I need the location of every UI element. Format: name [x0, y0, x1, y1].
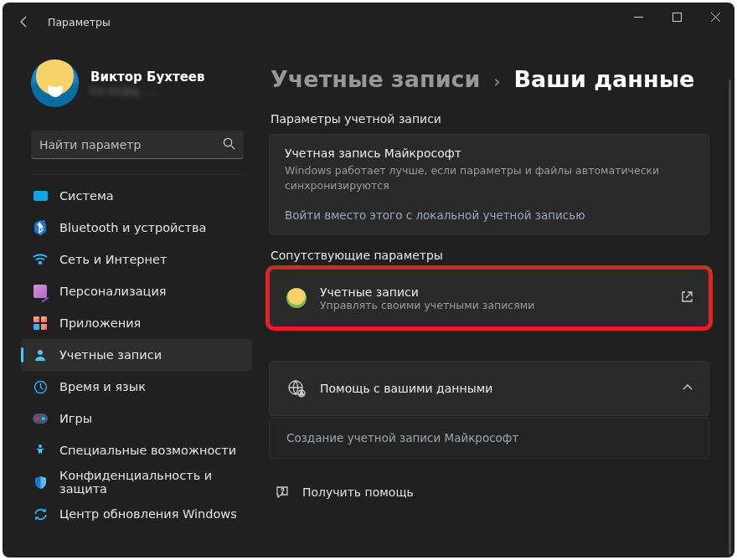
wifi-icon [33, 252, 48, 267]
sidebar-item-privacy[interactable]: Конфиденциальность и защита [21, 466, 252, 498]
breadcrumb: Учетные записи › Ваши данные [265, 66, 724, 92]
user-profile[interactable]: Виктор Бухтеев bit.dz@g...... [6, 59, 259, 107]
sidebar-item-label: Учетные записи [59, 348, 162, 362]
sidebar-item-label: Персонализация [59, 285, 167, 298]
sidebar-item-accessibility[interactable]: Специальные возможности [21, 434, 252, 466]
help-with-data-expander[interactable]: Помощь с вашими данными [269, 361, 709, 416]
gamepad-icon [33, 411, 48, 426]
sidebar-item-label: Bluetooth и устройства [59, 221, 206, 234]
monitor-icon [33, 188, 48, 203]
search-input[interactable]: Найти параметр [31, 131, 244, 159]
avatar-small-icon [285, 286, 308, 310]
maximize-button[interactable] [657, 3, 696, 31]
svg-point-1 [224, 138, 231, 146]
divider [31, 174, 244, 175]
sidebar-item-label: Игры [59, 412, 92, 425]
minimize-icon [634, 13, 643, 22]
sidebar-item-label: Время и язык [59, 380, 146, 393]
sidebar-item-label: Специальные возможности [59, 444, 236, 457]
sidebar-item-gaming[interactable]: Игры [21, 403, 252, 434]
bluetooth-icon [33, 220, 48, 235]
help-with-data-title: Помощь с вашими данными [320, 382, 670, 395]
close-icon [711, 13, 720, 22]
scrollbar[interactable] [729, 80, 731, 554]
minimize-button[interactable] [619, 3, 657, 31]
accessibility-icon [33, 443, 48, 458]
shield-icon [33, 475, 48, 490]
svg-point-6 [39, 444, 42, 448]
arrow-left-icon [18, 15, 31, 28]
switch-to-local-account-link[interactable]: Войти вместо этого с локальной учетной з… [285, 208, 585, 222]
user-email: bit.dz@g...... [90, 85, 205, 97]
sidebar: Виктор Бухтеев bit.dz@g...... Найти пара… [3, 41, 262, 557]
titlebar: Параметры [3, 3, 734, 41]
clock-globe-icon [33, 379, 48, 394]
sidebar-item-label: Центр обновления Windows [59, 507, 237, 521]
close-button[interactable] [696, 3, 734, 31]
sidebar-item-personalization[interactable]: Персонализация [21, 275, 252, 307]
sidebar-item-network[interactable]: Сеть и Интернет [21, 244, 252, 275]
user-name: Виктор Бухтеев [90, 69, 205, 85]
svg-point-3 [39, 262, 42, 265]
create-ms-account-label: Создание учетной записи Майкрософт [286, 431, 518, 444]
chevron-right-icon: › [494, 71, 501, 91]
window-title: Параметры [48, 16, 111, 28]
section-header-account-params: Параметры учетной записи [265, 112, 724, 126]
sidebar-item-time-language[interactable]: Время и язык [21, 371, 252, 403]
maximize-icon [673, 13, 682, 22]
breadcrumb-parent[interactable]: Учетные записи [271, 66, 481, 92]
search-icon [223, 137, 235, 152]
ms-account-subtitle: Windows работает лучше, если параметры и… [285, 163, 693, 193]
sidebar-item-system[interactable]: Система [21, 180, 252, 212]
svg-rect-0 [673, 13, 681, 21]
chevron-up-icon [682, 381, 693, 397]
apps-icon [33, 316, 48, 331]
globe-person-icon [285, 377, 308, 400]
create-ms-account-link[interactable]: Создание учетной записи Майкрософт [269, 417, 709, 459]
sidebar-item-bluetooth[interactable]: Bluetooth и устройства [21, 212, 252, 244]
get-help-link[interactable]: Получить помощь [265, 479, 724, 501]
svg-point-4 [38, 350, 43, 355]
settings-window: Параметры Виктор Бухтеев bit.dz@g...... [3, 3, 734, 557]
get-help-label: Получить помощь [302, 486, 414, 499]
user-info: Виктор Бухтеев bit.dz@g...... [90, 69, 205, 97]
svg-point-9 [301, 392, 302, 393]
ms-account-card: Учетная запись Майкрософт Windows работа… [269, 134, 709, 235]
sidebar-item-label: Сеть и Интернет [59, 253, 167, 266]
accounts-link-card[interactable]: Учетные записи Управлять своими учетными… [269, 270, 709, 326]
back-button[interactable] [8, 5, 41, 39]
nav-list: Система Bluetooth и устройства Сеть и Ин… [6, 180, 259, 530]
highlight-accounts: Учетные записи Управлять своими учетными… [269, 270, 709, 326]
sidebar-item-apps[interactable]: Приложения [21, 307, 252, 339]
sidebar-item-windows-update[interactable]: Центр обновления Windows [21, 498, 252, 530]
ms-account-title: Учетная запись Майкрософт [285, 146, 693, 160]
sidebar-item-accounts[interactable]: Учетные записи [21, 339, 252, 371]
main-content: Учетные записи › Ваши данные Параметры у… [262, 41, 734, 557]
breadcrumb-current: Ваши данные [514, 66, 695, 92]
accounts-card-subtitle: Управлять своими учетными записями [320, 299, 669, 311]
help-icon [274, 484, 291, 501]
sync-icon [33, 506, 48, 521]
search-placeholder: Найти параметр [39, 138, 223, 152]
window-controls [619, 3, 734, 31]
sidebar-item-label: Система [59, 189, 114, 203]
accounts-card-title: Учетные записи [320, 285, 669, 299]
sidebar-item-label: Конфиденциальность и защита [59, 469, 239, 496]
avatar [31, 59, 79, 107]
sidebar-item-label: Приложения [59, 316, 141, 330]
person-icon [33, 347, 48, 362]
svg-point-10 [281, 493, 282, 494]
section-header-related: Сопутствующие параметры [265, 249, 724, 262]
brush-icon [33, 284, 48, 299]
open-external-icon [681, 290, 693, 306]
